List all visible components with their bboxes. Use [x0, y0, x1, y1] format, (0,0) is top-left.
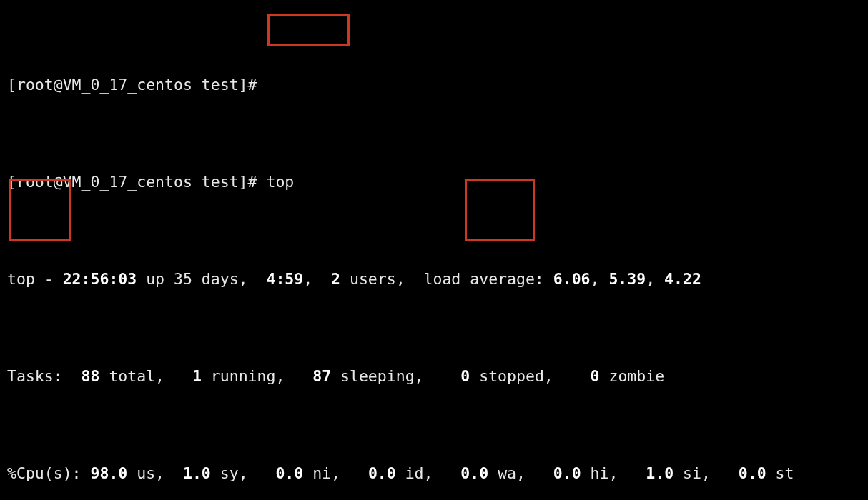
- tasks-line: Tasks: 88 total, 1 running, 87 sleeping,…: [7, 364, 861, 389]
- prompt-command-line: [root@VM_0_17_centos test]# top: [7, 170, 861, 194]
- cpu-line: %Cpu(s): 98.0 us, 1.0 sy, 0.0 ni, 0.0 id…: [7, 461, 861, 486]
- top-time-line: top - 22:56:03 up 35 days, 4:59, 2 users…: [7, 267, 861, 291]
- highlight-command-box: [267, 14, 350, 46]
- terminal-output[interactable]: [root@VM_0_17_centos test]# [root@VM_0_1…: [0, 0, 868, 500]
- prompt-line: [root@VM_0_17_centos test]#: [7, 73, 861, 97]
- typed-command: top: [266, 173, 294, 191]
